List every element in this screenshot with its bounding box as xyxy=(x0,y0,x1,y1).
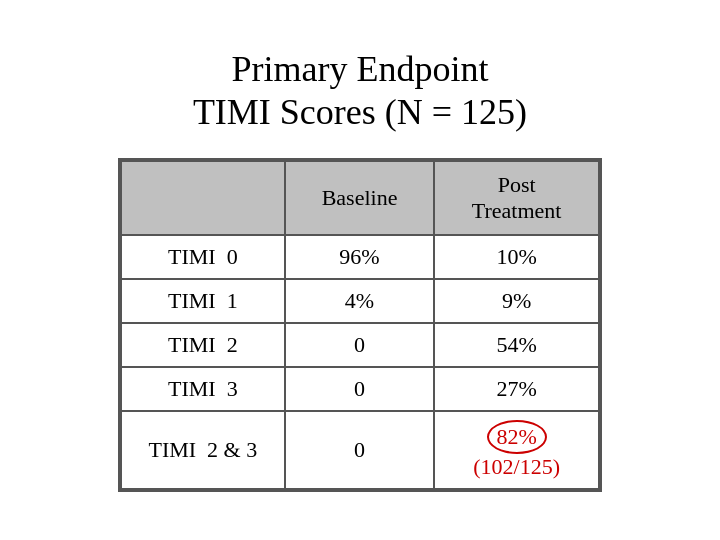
post-treatment-line2: Treatment xyxy=(472,198,562,223)
row-baseline-timi0: 96% xyxy=(285,235,435,279)
table-row: TIMI 0 96% 10% xyxy=(121,235,599,279)
highlighted-post-value: 82% (102/125) xyxy=(473,424,560,479)
table-row: TIMI 3 0 27% xyxy=(121,367,599,411)
table-row: TIMI 2 0 54% xyxy=(121,323,599,367)
row-post-timi3: 27% xyxy=(434,367,599,411)
table-row: TIMI 1 4% 9% xyxy=(121,279,599,323)
title-block: Primary Endpoint TIMI Scores (N = 125) xyxy=(193,48,527,134)
data-table-wrapper: Baseline Post Treatment TIMI 0 96% 10% T… xyxy=(118,158,602,492)
col-header-baseline: Baseline xyxy=(285,161,435,235)
row-post-timi1: 9% xyxy=(434,279,599,323)
title-line1: Primary Endpoint xyxy=(193,48,527,91)
row-post-timi23: 82% (102/125) xyxy=(434,411,599,489)
row-baseline-timi1: 4% xyxy=(285,279,435,323)
row-baseline-timi2: 0 xyxy=(285,323,435,367)
row-post-timi0: 10% xyxy=(434,235,599,279)
row-label-timi0: TIMI 0 xyxy=(121,235,285,279)
row-label-timi2: TIMI 2 xyxy=(121,323,285,367)
fraction-value: (102/125) xyxy=(473,454,560,479)
row-label-timi23: TIMI 2 & 3 xyxy=(121,411,285,489)
row-baseline-timi23: 0 xyxy=(285,411,435,489)
row-post-timi2: 54% xyxy=(434,323,599,367)
title-line2: TIMI Scores (N = 125) xyxy=(193,91,527,134)
table-row-timi23: TIMI 2 & 3 0 82% (102/125) xyxy=(121,411,599,489)
circle-highlight-82pct: 82% xyxy=(487,420,547,454)
row-label-timi1: TIMI 1 xyxy=(121,279,285,323)
timi-scores-table: Baseline Post Treatment TIMI 0 96% 10% T… xyxy=(120,160,600,490)
col-header-label xyxy=(121,161,285,235)
row-baseline-timi3: 0 xyxy=(285,367,435,411)
post-treatment-line1: Post xyxy=(498,172,536,197)
col-header-post-treatment: Post Treatment xyxy=(434,161,599,235)
row-label-timi3: TIMI 3 xyxy=(121,367,285,411)
